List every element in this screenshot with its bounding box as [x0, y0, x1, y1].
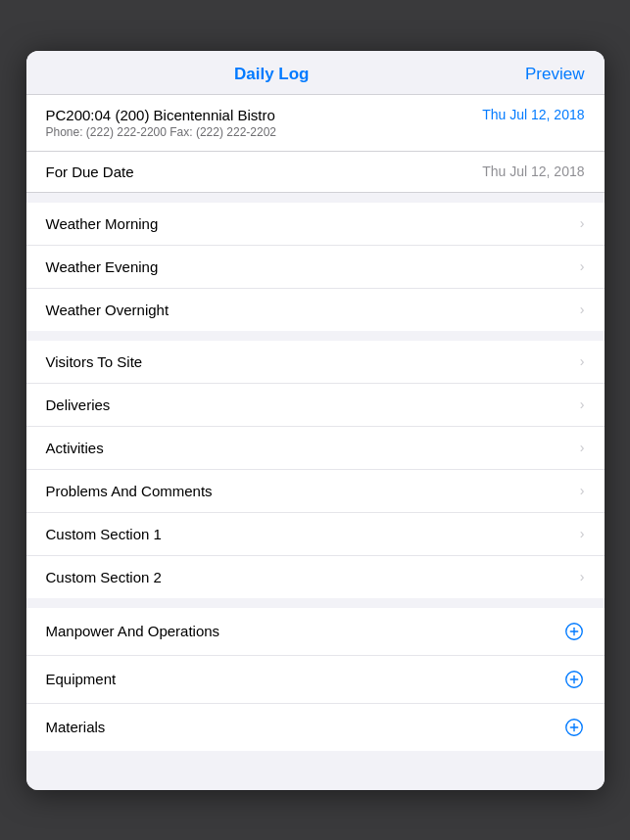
chevron-right-icon: ›	[580, 483, 585, 498]
weather-section: Weather Morning › Weather Evening › Weat…	[26, 203, 605, 331]
main-row-label: Custom Section 2	[46, 569, 162, 585]
main-row-label: Visitors To Site	[46, 353, 143, 370]
plus-row[interactable]: Manpower And Operations	[26, 608, 605, 656]
project-details: PC200:04 (200) Bicentennial Bistro Phone…	[46, 107, 277, 139]
section-separator-2	[26, 331, 605, 341]
plus-circle-icon	[563, 621, 585, 642]
main-row[interactable]: Activities ›	[26, 427, 605, 470]
plus-row-label: Manpower And Operations	[46, 623, 220, 639]
chevron-right-icon: ›	[580, 440, 585, 455]
chevron-right-icon: ›	[580, 397, 585, 412]
main-row[interactable]: Deliveries ›	[26, 384, 605, 427]
plus-circle-icon	[563, 717, 585, 738]
main-row-label: Problems And Comments	[46, 483, 213, 499]
plus-circle-icon	[563, 669, 585, 690]
weather-row-label: Weather Overnight	[46, 302, 170, 318]
main-row[interactable]: Custom Section 2 ›	[26, 556, 605, 598]
main-row[interactable]: Visitors To Site ›	[26, 341, 605, 384]
project-info-row: PC200:04 (200) Bicentennial Bistro Phone…	[46, 107, 585, 139]
project-phone: Phone: (222) 222-2200 Fax: (222) 222-220…	[46, 125, 277, 139]
main-section: Visitors To Site › Deliveries › Activiti…	[26, 341, 605, 598]
chevron-right-icon: ›	[580, 569, 585, 584]
due-date-value: Thu Jul 12, 2018	[482, 163, 584, 179]
chevron-right-icon: ›	[580, 258, 585, 274]
weather-row[interactable]: Weather Morning ›	[26, 203, 605, 246]
main-row[interactable]: Custom Section 1 ›	[26, 513, 605, 556]
preview-button[interactable]: Preview	[525, 65, 584, 84]
weather-row-label: Weather Morning	[46, 215, 159, 232]
weather-row-label: Weather Evening	[46, 258, 159, 275]
section-separator-1	[26, 193, 605, 203]
main-row[interactable]: Problems And Comments ›	[26, 470, 605, 513]
nav-center: Daily Log	[46, 65, 499, 84]
weather-row[interactable]: Weather Overnight ›	[26, 289, 605, 331]
chevron-right-icon: ›	[580, 302, 585, 317]
chevron-right-icon: ›	[580, 215, 585, 231]
main-row-label: Custom Section 1	[46, 526, 162, 542]
nav-title: Daily Log	[234, 65, 310, 83]
due-date-row[interactable]: For Due Date Thu Jul 12, 2018	[26, 152, 605, 193]
nav-bar: Daily Log Preview	[26, 51, 605, 95]
main-row-label: Deliveries	[46, 397, 111, 413]
project-date: Thu Jul 12, 2018	[482, 107, 584, 122]
bottom-space	[26, 751, 605, 790]
nav-right: Preview	[498, 65, 584, 84]
due-date-label: For Due Date	[46, 163, 134, 180]
project-info: PC200:04 (200) Bicentennial Bistro Phone…	[26, 95, 605, 152]
chevron-right-icon: ›	[580, 526, 585, 541]
project-title: PC200:04 (200) Bicentennial Bistro	[46, 107, 277, 123]
chevron-right-icon: ›	[580, 353, 585, 369]
weather-row[interactable]: Weather Evening ›	[26, 246, 605, 289]
section-separator-3	[26, 598, 605, 608]
main-row-label: Activities	[46, 440, 104, 456]
plus-row-label: Materials	[46, 719, 106, 735]
device-frame: Daily Log Preview PC200:04 (200) Bicente…	[26, 51, 605, 790]
plus-row[interactable]: Equipment	[26, 656, 605, 704]
plus-row[interactable]: Materials	[26, 704, 605, 751]
plus-section: Manpower And Operations Equipment Materi…	[26, 608, 605, 751]
plus-row-label: Equipment	[46, 671, 117, 687]
